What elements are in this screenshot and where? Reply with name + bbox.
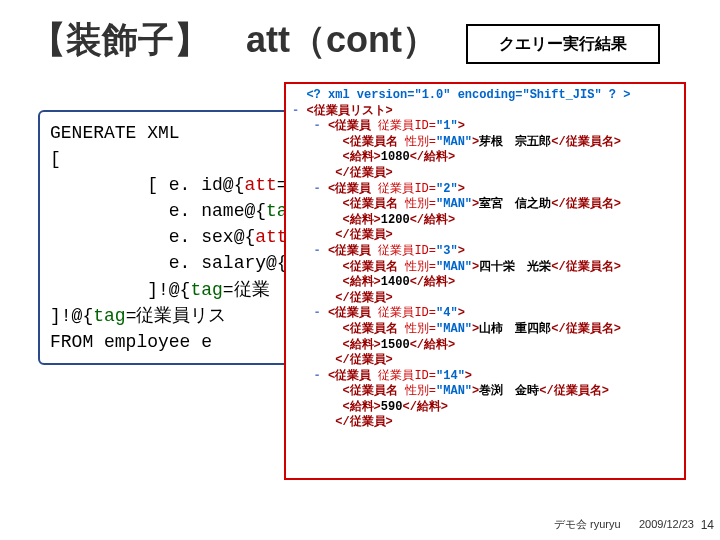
xml-line: <従業員名 性別="MAN">山柿 重四郎</従業員名> xyxy=(292,322,678,338)
xml-line: <従業員名 性別="MAN">巻渕 金時</従業員名> xyxy=(292,384,678,400)
xml-line: - <従業員リスト> xyxy=(292,104,678,120)
xml-line: </従業員> xyxy=(292,166,678,182)
xml-line: - <従業員 従業員ID="2"> xyxy=(292,182,678,198)
xml-line: - <従業員 従業員ID="3"> xyxy=(292,244,678,260)
xml-line: <従業員名 性別="MAN">室宮 信之助</従業員名> xyxy=(292,197,678,213)
xml-line: <給料>590</給料> xyxy=(292,400,678,416)
xml-line: <給料>1500</給料> xyxy=(292,338,678,354)
footer-author: デモ会 ryuryu xyxy=(554,518,621,530)
xml-line: <給料>1400</給料> xyxy=(292,275,678,291)
slide: 【装飾子】 att（cont） クエリー実行結果 GENERATE XML[ [… xyxy=(0,0,720,540)
xml-line: </従業員> xyxy=(292,291,678,307)
xml-line: </従業員> xyxy=(292,353,678,369)
footer-date: 2009/12/23 xyxy=(639,518,694,530)
xml-line: - <従業員 従業員ID="14"> xyxy=(292,369,678,385)
result-label-box: クエリー実行結果 xyxy=(466,24,660,64)
xml-line: - <従業員 従業員ID="4"> xyxy=(292,306,678,322)
xml-line: <? xml version="1.0" encoding="Shift_JIS… xyxy=(292,88,678,104)
xml-line: <従業員名 性別="MAN">芽根 宗五郎</従業員名> xyxy=(292,135,678,151)
result-label-text: クエリー実行結果 xyxy=(499,34,627,55)
xml-line: - <従業員 従業員ID="1"> xyxy=(292,119,678,135)
footer: デモ会 ryuryu 2009/12/23 14 xyxy=(554,517,694,532)
xml-line: <従業員名 性別="MAN">四十栄 光栄</従業員名> xyxy=(292,260,678,276)
xml-line: <給料>1200</給料> xyxy=(292,213,678,229)
slide-title: 【装飾子】 att（cont） xyxy=(30,19,438,60)
xml-line: </従業員> xyxy=(292,415,678,431)
xml-line: <給料>1080</給料> xyxy=(292,150,678,166)
xml-result-box: <? xml version="1.0" encoding="Shift_JIS… xyxy=(284,82,686,480)
xml-line: </従業員> xyxy=(292,228,678,244)
footer-page: 14 xyxy=(701,518,714,532)
